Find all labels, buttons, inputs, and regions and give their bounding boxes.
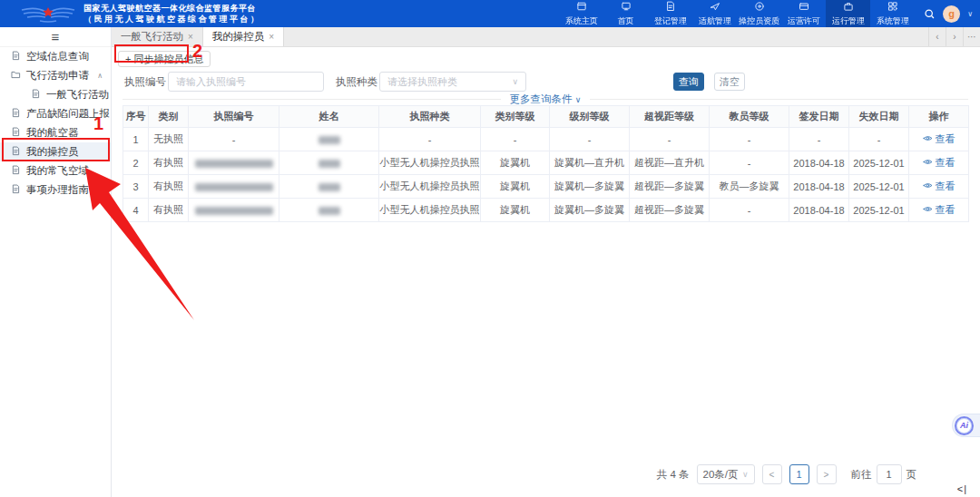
table-cell: 教员—多旋翼: [710, 175, 789, 199]
sidebar-item-label: 空域信息查询: [26, 50, 89, 63]
nav-item-label: 操控员资质: [739, 15, 779, 26]
nav-item-系统主页[interactable]: 系统主页: [559, 0, 603, 27]
more-filters-link[interactable]: 更多查询条件 ∨: [501, 93, 591, 106]
eye-icon: [923, 157, 933, 169]
column-header-教员等级: 教员等级: [710, 106, 789, 128]
tab-more-icon[interactable]: ⋯: [963, 27, 980, 46]
doc-icon: [11, 146, 21, 158]
table-cell: 旋翼机—多旋翼: [550, 175, 630, 199]
sidebar-item-事项办理指南[interactable]: 事项办理指南: [0, 180, 111, 200]
table-cell: 有执照: [149, 199, 189, 222]
platform-title: 国家无人驾驶航空器一体化综合监管服务平台 （民用无人驾驶航空器综合管理平台）: [83, 4, 261, 24]
clear-button[interactable]: 清空: [714, 73, 745, 91]
goto-page-input[interactable]: [877, 464, 902, 484]
main-content: + 同步操控员信息 执照编号 执照种类 请选择执照种类 ∨ 查询 清空 更多查询…: [112, 47, 980, 497]
tab-scroll-right-icon[interactable]: ›: [946, 27, 963, 46]
platform-title-line1: 国家无人驾驶航空器一体化综合监管服务平台: [83, 4, 261, 13]
user-menu-caret-icon[interactable]: ∨: [967, 10, 973, 18]
table-cell: -: [789, 128, 849, 151]
table-cell: 3: [123, 175, 149, 199]
table-cell: 旋翼机: [481, 199, 550, 222]
nav-item-登记管理[interactable]: 登记管理: [648, 0, 692, 27]
close-icon[interactable]: ×: [269, 32, 274, 42]
user-avatar[interactable]: g: [943, 5, 960, 23]
sidebar-menu: 空域信息查询飞行活动申请∧一般飞行活动产品缺陷问题上报我的航空器我的操控员我的常…: [0, 47, 111, 200]
view-link[interactable]: 查看: [923, 156, 956, 170]
view-link[interactable]: 查看: [923, 180, 956, 193]
table-cell: -: [710, 128, 789, 151]
view-link-label: 查看: [936, 180, 956, 193]
doc-icon: [665, 1, 676, 15]
pagination-total: 共 4 条: [657, 468, 690, 482]
close-icon[interactable]: ×: [188, 32, 193, 42]
sidebar-item-label: 事项办理指南: [26, 183, 89, 197]
folder-icon: [11, 70, 21, 82]
table-cell: 小型无人机操控员执照: [379, 175, 481, 199]
table-cell: [189, 199, 279, 222]
sidebar-item-飞行活动申请[interactable]: 飞行活动申请∧: [0, 66, 111, 85]
nav-item-系统管理[interactable]: 系统管理: [870, 0, 915, 27]
pagination: 共 4 条 20条/页 ∨ < 1 > 前往 页: [657, 464, 916, 484]
nav-item-适航管理[interactable]: 适航管理: [692, 0, 737, 27]
card-icon: [799, 1, 809, 15]
sidebar-collapse-icon[interactable]: ≡: [0, 27, 111, 47]
column-header-类别等级: 类别等级: [481, 106, 550, 128]
nav-item-首页[interactable]: 首页: [603, 0, 648, 27]
current-page-button[interactable]: 1: [789, 464, 809, 484]
sidebar-item-产品缺陷问题上报[interactable]: 产品缺陷问题上报: [0, 104, 111, 123]
tab-my-operators[interactable]: 我的操控员 ×: [203, 27, 284, 46]
page-size-select[interactable]: 20条/页 ∨: [697, 464, 755, 484]
sidebar-item-我的航空器[interactable]: 我的航空器: [0, 123, 111, 142]
redacted-text: [195, 207, 273, 215]
table-cell: [189, 175, 279, 199]
table-row: 1无执照--------查看: [123, 128, 969, 151]
redacted-text: [318, 160, 340, 168]
doc-icon: [11, 165, 21, 177]
sidebar-item-一般飞行活动[interactable]: 一般飞行活动: [0, 85, 111, 104]
divider: [122, 99, 501, 100]
search-icon[interactable]: [924, 8, 936, 20]
license-type-select[interactable]: 请选择执照种类 ∨: [379, 72, 526, 92]
nav-item-运行管理[interactable]: 运行管理: [826, 0, 870, 27]
chevron-up-icon[interactable]: ∧: [97, 72, 103, 80]
table-cell: -: [379, 128, 481, 151]
chevron-down-icon: ∨: [512, 77, 518, 86]
tab-general-flight[interactable]: 一般飞行活动 ×: [112, 27, 203, 46]
sidebar-item-空域信息查询[interactable]: 空域信息查询: [0, 47, 111, 66]
table-row: 2有执照小型无人机操控员执照旋翼机旋翼机—直升机超视距—直升机-2018-04-…: [123, 151, 969, 175]
next-page-button[interactable]: >: [817, 464, 837, 484]
table-cell: [279, 175, 379, 199]
prev-page-button[interactable]: <: [762, 464, 782, 484]
column-header-执照种类: 执照种类: [379, 106, 481, 128]
nav-item-label: 适航管理: [699, 15, 731, 26]
license-no-input[interactable]: [168, 72, 324, 92]
divider: [590, 99, 968, 100]
nav-item-label: 首页: [618, 15, 634, 26]
doc-icon: [11, 127, 21, 139]
table-cell: 2018-04-18: [789, 175, 849, 199]
sidebar-item-我的操控员[interactable]: 我的操控员: [0, 142, 111, 161]
doc-icon: [31, 89, 41, 101]
more-filters-row: 更多查询条件 ∨: [122, 93, 968, 105]
filter-row: 执照编号 执照种类 请选择执照种类 ∨ 查询 清空: [112, 71, 980, 93]
eye-icon: [923, 180, 933, 192]
sync-operator-info-button[interactable]: + 同步操控员信息: [118, 51, 211, 67]
table-cell: 有执照: [149, 151, 189, 175]
table-cell: [279, 128, 379, 151]
ai-assistant-button[interactable]: Ai: [952, 414, 980, 437]
view-link[interactable]: 查看: [923, 203, 956, 217]
goto-label: 前往: [851, 468, 872, 482]
sidebar-item-我的常飞空域[interactable]: 我的常飞空域: [0, 161, 111, 180]
view-link[interactable]: 查看: [923, 132, 956, 146]
column-header-签发日期: 签发日期: [789, 106, 849, 128]
chevron-down-icon: ∨: [575, 95, 582, 104]
nav-item-操控员资质[interactable]: 操控员资质: [737, 0, 781, 27]
eye-icon: [923, 133, 933, 145]
page-unit-label: 页: [906, 468, 917, 482]
search-button[interactable]: 查询: [673, 73, 704, 91]
sidebar: ≡ 空域信息查询飞行活动申请∧一般飞行活动产品缺陷问题上报我的航空器我的操控员我…: [0, 27, 112, 497]
nav-item-运营许可[interactable]: 运营许可: [781, 0, 826, 27]
tab-scroll-left-icon[interactable]: ‹: [928, 27, 946, 46]
table-cell-action: 查看: [909, 128, 969, 151]
panel-collapse-handle[interactable]: <|: [957, 483, 967, 494]
